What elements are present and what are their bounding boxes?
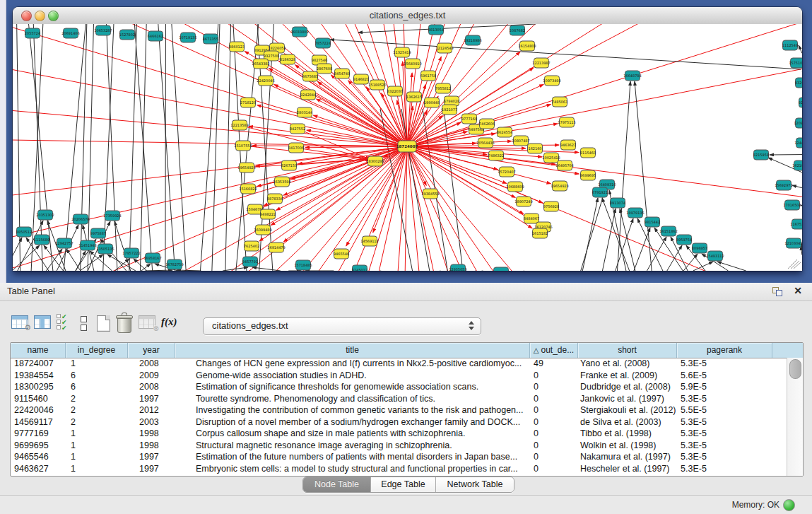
network-node[interactable]: 2803144 [297,107,312,117]
network-node[interactable]: 8454749 [334,69,350,78]
table-selector-dropdown[interactable]: citations_edges.txt [203,317,481,335]
network-node[interactable]: 17016504 [783,200,801,210]
network-node[interactable]: 9777169 [461,114,477,124]
network-node[interactable]: 12935053 [449,264,466,271]
table-row[interactable]: 969969511998Structural magnetic resonanc… [11,440,803,452]
network-node[interactable]: 8267150 [281,160,297,170]
tab-node-table[interactable]: Node Table [303,477,370,492]
network-edge[interactable] [582,198,598,271]
network-node[interactable]: 12124549 [435,43,453,53]
network-graph[interactable]: 2055724206914061065328715278026466162107… [13,24,802,271]
network-node[interactable]: 16154808 [518,41,536,51]
close-panel-icon[interactable]: ✕ [794,285,802,296]
network-node[interactable]: 8186328 [280,54,295,64]
network-node[interactable]: 13505135 [96,244,114,254]
network-edge[interactable] [683,254,698,271]
network-node[interactable]: 8215958 [753,150,769,160]
network-node[interactable]: 17359924 [103,211,121,221]
network-node[interactable]: 16495704 [555,160,573,170]
network-node[interactable]: 9146821 [353,74,369,84]
network-node[interactable]: 18300295 [366,156,384,166]
network-node[interactable]: 12450143 [492,267,510,271]
network-node[interactable]: 15640910 [404,59,421,69]
network-node[interactable]: 1615182 [532,228,548,238]
network-node[interactable]: 15166822 [239,184,257,194]
column-header-short[interactable]: short [578,343,677,358]
network-node[interactable]: 15751074 [789,58,802,68]
network-node[interactable]: 9457791 [242,257,258,267]
network-node[interactable]: 20691406 [61,28,79,38]
function-builder-button[interactable]: f(x) [161,316,177,328]
network-node[interactable]: 9227343 [799,98,802,107]
network-node[interactable]: 12444154 [794,138,802,148]
network-node[interactable]: 11325419 [393,47,411,57]
network-node[interactable]: 8417006 [288,143,304,153]
network-node[interactable]: 9242844 [300,90,316,100]
network-node[interactable]: 1362615 [406,92,422,102]
network-node[interactable]: 7857224 [315,38,331,48]
network-node[interactable]: 10653287 [94,25,112,35]
network-node[interactable]: 6961758 [420,71,436,81]
network-node[interactable]: 8878334 [267,194,283,204]
table-row[interactable]: 946554611997Estimation of the future num… [11,451,803,463]
window-titlebar[interactable]: citations_edges.txt [13,7,802,25]
network-node[interactable]: 16033809 [290,27,308,37]
network-node[interactable]: 9463627 [560,140,576,150]
network-node[interactable]: 8322037 [387,86,403,96]
network-node[interactable]: 16210643 [792,160,802,170]
network-node[interactable]: 19218986 [464,35,481,45]
column-header-out_degree[interactable]: △out_de... [530,343,578,358]
network-node[interactable]: 16782759 [165,259,183,269]
network-node[interactable]: 8850512 [16,227,32,237]
network-edge[interactable] [581,190,605,271]
network-node[interactable]: 8484067 [524,214,539,223]
network-edge[interactable] [407,146,501,271]
network-node[interactable]: 8675685 [302,71,318,81]
network-node[interactable]: 8860123 [229,42,245,52]
network-node[interactable]: 12942757 [55,238,73,248]
network-node[interactable]: 18724007 [396,141,418,152]
network-node[interactable]: 15107554 [234,141,252,151]
vertical-scrollbar[interactable] [787,358,803,476]
network-node[interactable]: 10807487 [512,136,529,146]
column-header-title[interactable]: title [175,343,530,358]
float-panel-icon[interactable] [772,287,782,296]
table-row[interactable]: 946362711997Embryonic stem cells: a mode… [11,463,803,475]
network-node[interactable]: 8959754 [676,235,692,245]
network-node[interactable]: 11675344 [790,219,802,229]
network-node[interactable]: 15692971 [775,180,792,190]
network-node[interactable]: 19654923 [551,181,568,191]
network-node[interactable]: 10973493 [543,76,560,86]
network-node[interactable]: 16958167 [143,253,161,263]
column-header-pagerank[interactable]: pagerank [677,343,772,358]
table-row[interactable]: 1830029562008Estimation of significance … [11,381,803,393]
network-edge[interactable] [44,245,64,271]
network-node[interactable]: 6466162 [148,31,163,41]
network-node[interactable]: 9975887 [90,228,106,238]
network-edge[interactable] [667,245,682,271]
network-node[interactable]: 12093832 [794,118,802,128]
network-node[interactable]: 9498222 [260,209,276,219]
network-edge[interactable] [799,45,802,53]
table-mode-button[interactable]: ⚙ [11,315,28,329]
network-node[interactable]: 1921077 [442,105,457,115]
column-header-name[interactable]: name [11,343,66,358]
network-edge[interactable] [145,270,172,271]
network-node[interactable]: 2087682 [510,25,525,35]
network-node[interactable]: 9115460 [580,148,596,158]
network-node[interactable]: 15188520 [368,80,386,90]
scrollbar-thumb[interactable] [789,359,801,379]
network-node[interactable]: 1990448 [424,98,440,107]
network-node[interactable]: 4671355 [203,34,218,44]
network-node[interactable]: 16543382 [252,59,269,69]
network-node[interactable]: 16099489 [254,225,271,235]
network-edge[interactable] [129,24,136,271]
network-node[interactable]: 9465546 [334,249,349,259]
network-node[interactable]: 7486322 [488,151,504,160]
network-node[interactable]: 20351302 [36,210,54,220]
network-node[interactable]: 7462606 [479,119,495,129]
network-edge[interactable] [158,24,175,271]
network-node[interactable]: 22420046 [257,76,274,86]
network-canvas[interactable]: 2055724206914061065328715278026466162107… [13,24,802,271]
network-node[interactable]: 12103045 [784,238,802,248]
